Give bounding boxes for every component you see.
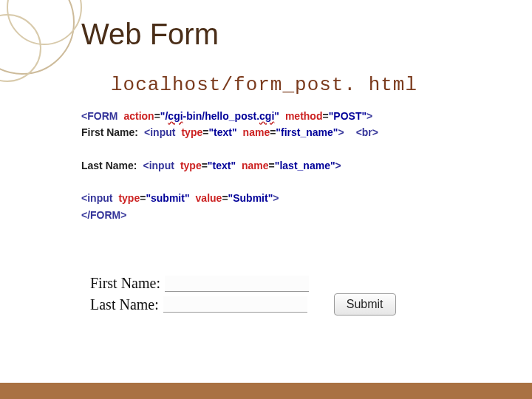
code-token: First Name:: [81, 126, 138, 138]
code-token: input: [87, 192, 112, 204]
code-token: <: [144, 126, 150, 138]
code-token: "last_name": [275, 160, 335, 171]
code-line-6: <inputtype="submit"value="Submit">: [81, 190, 502, 206]
code-token: =: [202, 160, 208, 171]
code-line-1: <FORMaction="/cgi-bin/hello_post.cgi"met…: [81, 108, 502, 124]
decorative-bottom-bar: [0, 383, 532, 399]
code-token: value: [196, 192, 222, 204]
rendered-form: First Name: Last Name: Submit: [90, 275, 396, 317]
code-line-blank-2: [81, 174, 502, 190]
code-line-4: Last Name:<inputtype="text"name="last_na…: [81, 157, 502, 174]
code-token: "/: [160, 110, 168, 122]
code-line-2: First Name:<inputtype="text"name="first_…: [81, 124, 502, 140]
code-token: "text": [208, 126, 236, 138]
page-url: localhost/form_post. html: [111, 74, 417, 96]
code-token: type: [180, 160, 202, 171]
first-name-label: First Name:: [90, 275, 160, 292]
code-token: <: [81, 110, 87, 122]
code-token: name: [242, 160, 269, 171]
code-line-7: </FORM>: [81, 207, 502, 223]
code-token: action: [123, 110, 154, 122]
code-token: =: [222, 192, 228, 204]
code-token: "POST": [329, 110, 366, 122]
page-title: Web Form: [81, 18, 219, 51]
code-token: "Submit": [228, 192, 273, 204]
code-token: >: [366, 110, 372, 122]
code-token: "submit": [146, 192, 189, 204]
submit-button[interactable]: Submit: [334, 293, 396, 316]
last-name-label: Last Name:: [90, 296, 159, 313]
svg-point-1: [7, 0, 81, 44]
last-name-input[interactable]: [163, 296, 307, 313]
code-line-blank-1: [81, 141, 502, 157]
code-token: <br>: [356, 126, 378, 138]
code-token: input: [150, 126, 175, 138]
code-token: <: [143, 160, 149, 171]
code-token: >: [335, 160, 341, 171]
code-token: "text": [208, 160, 236, 171]
code-token: >: [273, 192, 279, 204]
code-token: FORM: [87, 110, 117, 122]
first-name-input[interactable]: [165, 276, 309, 292]
code-token: method: [285, 110, 323, 122]
code-token: Last Name:: [81, 160, 137, 171]
code-token: input: [149, 160, 174, 171]
code-token: -bin/hello_post.: [183, 110, 259, 122]
code-token: cgi: [259, 110, 274, 122]
code-token: =: [154, 110, 160, 122]
code-token: type: [118, 192, 140, 204]
code-token: </FORM>: [81, 209, 126, 221]
code-block: <FORMaction="/cgi-bin/hello_post.cgi"met…: [81, 108, 502, 223]
code-token: "first_name": [276, 126, 338, 138]
code-token: ": [274, 110, 279, 122]
code-token: >: [338, 126, 344, 138]
code-token: name: [243, 126, 270, 138]
code-token: =: [269, 160, 275, 171]
code-token: type: [181, 126, 202, 138]
form-row-first: First Name:: [90, 275, 396, 292]
form-row-last: Last Name: Submit: [90, 293, 396, 316]
code-token: cgi: [168, 110, 183, 122]
code-token: <: [81, 192, 87, 204]
code-token: =: [322, 110, 328, 122]
